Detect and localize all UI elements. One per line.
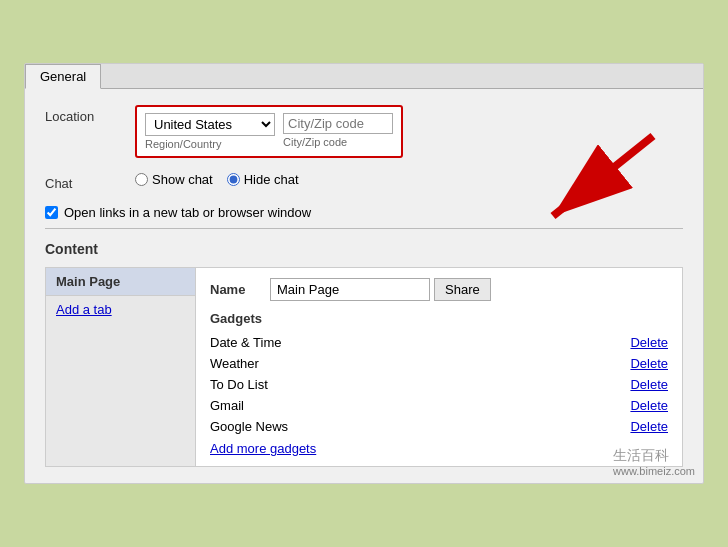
watermark: 生活百科 www.bimeiz.com: [613, 447, 695, 477]
open-links-checkbox[interactable]: [45, 206, 58, 219]
gadget-row-datetime: Date & Time Delete: [210, 332, 668, 353]
gadget-row-gnews: Google News Delete: [210, 416, 668, 437]
name-row-label: Name: [210, 282, 270, 297]
sidebar-item-main-page[interactable]: Main Page: [46, 268, 195, 296]
delete-gmail[interactable]: Delete: [630, 398, 668, 413]
hide-chat-label: Hide chat: [244, 172, 299, 187]
chat-label: Chat: [45, 172, 135, 191]
gadgets-section: Gadgets Date & Time Delete Weather Delet…: [210, 311, 668, 456]
location-box: United States Canada United Kingdom Aust…: [135, 105, 403, 158]
country-field-group: United States Canada United Kingdom Aust…: [145, 113, 275, 150]
gadgets-label: Gadgets: [210, 311, 668, 326]
show-chat-label: Show chat: [152, 172, 213, 187]
share-button[interactable]: Share: [434, 278, 491, 301]
add-gadgets-link[interactable]: Add more gadgets: [210, 441, 668, 456]
location-content: United States Canada United Kingdom Aust…: [135, 105, 683, 158]
gadget-name-gmail: Gmail: [210, 398, 244, 413]
gadget-name-todo: To Do List: [210, 377, 268, 392]
watermark-url: www.bimeiz.com: [613, 465, 695, 477]
location-label: Location: [45, 105, 135, 124]
tab-bar: General: [25, 64, 703, 89]
main-content-panel: Name Share Gadgets Date & Time Delete We…: [196, 268, 682, 466]
gadget-name-datetime: Date & Time: [210, 335, 282, 350]
chat-options: Show chat Hide chat: [135, 172, 683, 187]
city-input[interactable]: [283, 113, 393, 134]
country-select-wrap: United States Canada United Kingdom Aust…: [145, 113, 275, 136]
delete-gnews[interactable]: Delete: [630, 419, 668, 434]
location-row: Location United States Canada United Kin…: [45, 105, 683, 158]
chat-content: Show chat Hide chat: [135, 172, 683, 187]
sidebar-item-add-tab[interactable]: Add a tab: [46, 296, 195, 323]
gadget-name-weather: Weather: [210, 356, 259, 371]
content-area: Main Page Add a tab Name Share Gadgets D…: [45, 267, 683, 467]
settings-panel: Location United States Canada United Kin…: [25, 89, 703, 483]
show-chat-option[interactable]: Show chat: [135, 172, 213, 187]
delete-todo[interactable]: Delete: [630, 377, 668, 392]
delete-weather[interactable]: Delete: [630, 356, 668, 371]
country-select[interactable]: United States Canada United Kingdom Aust…: [145, 113, 275, 136]
gadget-row-weather: Weather Delete: [210, 353, 668, 374]
hide-chat-option[interactable]: Hide chat: [227, 172, 299, 187]
location-fields: United States Canada United Kingdom Aust…: [145, 113, 393, 150]
open-links-label: Open links in a new tab or browser windo…: [64, 205, 311, 220]
tab-general[interactable]: General: [25, 64, 101, 89]
gadget-name-gnews: Google News: [210, 419, 288, 434]
hide-chat-radio[interactable]: [227, 173, 240, 186]
delete-datetime[interactable]: Delete: [630, 335, 668, 350]
show-chat-radio[interactable]: [135, 173, 148, 186]
page-name-input[interactable]: [270, 278, 430, 301]
watermark-cn-text: 生活百科: [613, 447, 669, 463]
name-row: Name Share: [210, 278, 668, 301]
content-section-label: Content: [45, 241, 683, 257]
country-field-label: Region/Country: [145, 138, 275, 150]
chat-row: Chat Show chat Hide chat: [45, 172, 683, 191]
content-sidebar: Main Page Add a tab: [46, 268, 196, 466]
city-field-label: City/Zip code: [283, 136, 393, 148]
gadget-row-todo: To Do List Delete: [210, 374, 668, 395]
city-field-group: City/Zip code: [283, 113, 393, 150]
gadget-row-gmail: Gmail Delete: [210, 395, 668, 416]
divider: [45, 228, 683, 229]
open-links-row: Open links in a new tab or browser windo…: [45, 205, 683, 220]
